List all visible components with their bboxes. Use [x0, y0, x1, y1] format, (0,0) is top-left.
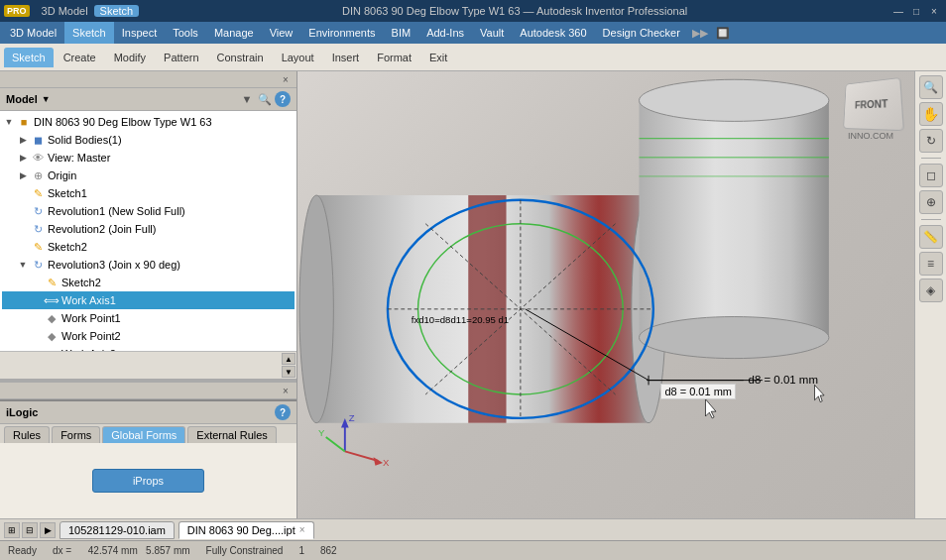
status-ready: Ready [8, 545, 37, 556]
analysis-button[interactable]: ◈ [919, 279, 943, 302]
doc-tab-ipt-close[interactable]: × [299, 524, 305, 535]
measure-button[interactable]: 📏 [919, 225, 943, 249]
menu-autodesk360[interactable]: Autodesk 360 [512, 22, 594, 44]
menu-designchecker[interactable]: Design Checker [595, 22, 688, 44]
expand-solid[interactable]: ▶ [16, 133, 30, 147]
tree-item-sketch2b[interactable]: ✎ Sketch2 [2, 274, 295, 291]
viewcube-label: INNO.COM [835, 131, 906, 141]
ilogic-tab-globalforms[interactable]: Global Forms [102, 426, 185, 443]
doc-icon-nav[interactable]: ▶ [40, 522, 56, 538]
menu-3dmodel[interactable]: 3D Model [2, 22, 64, 44]
scroll-up-button[interactable]: ▲ [282, 353, 296, 365]
doc-icon-home[interactable]: ⊞ [4, 522, 20, 538]
search-icon[interactable]: 🔍 [257, 91, 273, 107]
svg-line-28 [326, 437, 345, 451]
tree-label-rev2: Revolution2 (Join Full) [46, 223, 156, 235]
rotate-button[interactable]: ↻ [919, 129, 943, 153]
section-button[interactable]: ≡ [919, 252, 943, 276]
tree-item-view[interactable]: ▶ 👁 View: Master [2, 149, 295, 167]
tree-item-solid[interactable]: ▶ ◼ Solid Bodies(1) [2, 131, 295, 149]
svg-text:fxd10=d8d11=20.95 d1: fxd10=d8d11=20.95 d1 [412, 314, 509, 325]
ribbon-tab-layout[interactable]: Layout [274, 48, 322, 67]
ribbon-tab-insert[interactable]: Insert [324, 48, 368, 67]
tree-item-rev1[interactable]: ↻ Revolution1 (New Solid Full) [2, 202, 295, 220]
maximize-button[interactable]: □ [908, 4, 924, 18]
menu-bar: 3D Model Sketch Inspect Tools Manage Vie… [0, 22, 946, 44]
svg-text:X: X [383, 457, 390, 468]
ilogic-tab-externalrules[interactable]: External Rules [187, 426, 277, 443]
tree-label-view: View: Master [46, 152, 110, 164]
tree-item-workpoint1[interactable]: ◆ Work Point1 [2, 309, 295, 327]
scroll-buttons: ▲ ▼ [282, 353, 296, 378]
ribbon-tab-pattern[interactable]: Pattern [156, 48, 206, 67]
model-help-button[interactable]: ? [275, 91, 291, 107]
menu-environments[interactable]: Environments [300, 22, 383, 44]
model-panel-close[interactable]: × [279, 72, 293, 86]
svg-point-6 [639, 317, 828, 359]
expand-rev3[interactable]: ▼ [16, 258, 30, 272]
status-coords: dx = 42.574 mm 5.857 mm [53, 545, 190, 556]
viewcube-box[interactable]: FRONT [843, 77, 904, 131]
menu-view[interactable]: View [262, 22, 301, 44]
revolve-icon-1: ↻ [30, 203, 46, 219]
status-extra: 862 [320, 545, 337, 556]
expand-rev1 [16, 204, 30, 218]
tree-item-workaxis1[interactable]: ⟺ Work Axis1 [2, 291, 295, 309]
ilogic-tab-forms[interactable]: Forms [52, 426, 100, 443]
expand-origin[interactable]: ▶ [16, 168, 30, 182]
ilogic-help-button[interactable]: ? [275, 404, 291, 420]
tree-item-workpoint2[interactable]: ◆ Work Point2 [2, 327, 295, 345]
svg-marker-26 [374, 457, 384, 466]
view-button[interactable]: ◻ [919, 164, 943, 187]
title-bar-3d-menu[interactable]: 3D Model [36, 5, 94, 17]
look-at-button[interactable]: ⊕ [919, 190, 943, 214]
title-bar-sketch-active[interactable]: Sketch [94, 5, 140, 17]
expand-root[interactable]: ▼ [2, 115, 16, 129]
zoom-button[interactable]: 🔍 [919, 75, 943, 99]
close-button[interactable]: × [926, 4, 942, 18]
scene-svg: d8 = 0.01 mm fxd10=d8d11=20.95 d1 Z X [297, 71, 914, 518]
ribbon-tab-modify[interactable]: Modify [106, 48, 154, 67]
scroll-down-button[interactable]: ▼ [282, 366, 296, 378]
tree-item-sketch1[interactable]: ✎ Sketch1 [2, 184, 295, 202]
doc-tab-ipt[interactable]: DIN 8063 90 Deg....ipt × [178, 521, 314, 539]
doc-tab-ipt-label: DIN 8063 90 Deg....ipt [187, 524, 296, 536]
expand-workaxis1 [30, 293, 44, 307]
tree-item-origin[interactable]: ▶ ⊕ Origin [2, 167, 295, 184]
menu-vault[interactable]: Vault [472, 22, 512, 44]
panel-icons: ▼ 🔍 ? [239, 91, 291, 107]
menu-addins[interactable]: Add-Ins [418, 22, 472, 44]
menu-bim[interactable]: BIM [384, 22, 419, 44]
model-dropdown-icon[interactable]: ▼ [42, 94, 51, 104]
ribbon-tab-format[interactable]: Format [369, 48, 419, 67]
tree-label-workpoint2: Work Point2 [59, 330, 121, 342]
ribbon-tab-exit[interactable]: Exit [421, 48, 455, 67]
left-panel: × Model ▼ ▼ 🔍 ? ▼ ■ DIN 806 [0, 71, 297, 518]
minimize-button[interactable]: — [890, 4, 906, 18]
tree-item-rev3[interactable]: ▼ ↻ Revolution3 (Join x 90 deg) [2, 256, 295, 274]
tree-item-rev2[interactable]: ↻ Revolution2 (Join Full) [2, 220, 295, 238]
doc-icon-grid[interactable]: ⊟ [22, 522, 38, 538]
view-icon: 👁 [30, 150, 46, 166]
ilogic-tab-rules[interactable]: Rules [4, 426, 50, 443]
iprops-button[interactable]: iProps [92, 469, 204, 493]
panel-header-left: Model ▼ [6, 93, 51, 105]
ilogic-panel-close[interactable]: × [279, 384, 293, 397]
pan-button[interactable]: ✋ [919, 102, 943, 126]
menu-tools[interactable]: Tools [165, 22, 206, 44]
expand-view[interactable]: ▶ [16, 151, 30, 165]
ribbon-tab-constrain[interactable]: Constrain [209, 48, 272, 67]
viewcube[interactable]: FRONT INNO.COM [835, 79, 906, 141]
filter-icon[interactable]: ▼ [239, 91, 255, 107]
menu-manage[interactable]: Manage [206, 22, 262, 44]
doc-tab-iam[interactable]: 105281129-010.iam [59, 521, 175, 539]
tree-item-sketch2a[interactable]: ✎ Sketch2 [2, 238, 295, 256]
svg-rect-4 [639, 100, 828, 337]
menu-sketch[interactable]: Sketch [64, 22, 114, 44]
ribbon-tab-sketch[interactable]: Sketch [4, 48, 54, 67]
tree-item-root[interactable]: ▼ ■ DIN 8063 90 Deg Elbow Type W1 63 [2, 113, 295, 131]
viewport[interactable]: d8 = 0.01 mm fxd10=d8d11=20.95 d1 Z X [297, 71, 914, 518]
ribbon-tab-create[interactable]: Create [56, 48, 104, 67]
status-bar: Ready dx = 42.574 mm 5.857 mm Fully Cons… [0, 540, 946, 560]
menu-inspect[interactable]: Inspect [114, 22, 165, 44]
